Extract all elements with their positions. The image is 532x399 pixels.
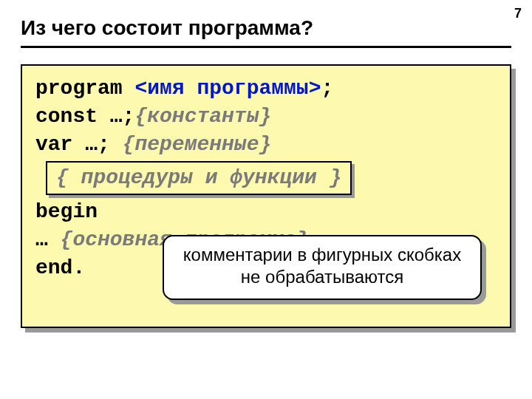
placeholder-program-name: <имя программы> [123,77,321,100]
keyword-end: end [35,256,72,279]
inner-frame-box: { процедуры и функции } [46,161,352,195]
title-divider [21,46,511,48]
comment-brace-open: { [56,166,81,189]
keyword-var: var [35,133,72,156]
code-line-3: var …; {переменные} [35,131,497,159]
code-line-1: program <имя программы>; [35,75,497,103]
page-number: 7 [514,6,522,21]
comment-constants: {константы} [134,105,271,128]
callout-line-1: комментарии в фигурных скобках [176,244,468,266]
comment-procedures: процедуры и функции [81,166,317,189]
code-text: …; [98,105,134,128]
code-text: . [72,256,85,279]
inner-frame: { процедуры и функции } [46,161,352,195]
callout-line-2: не обрабатываются [176,266,468,288]
code-text: … [35,228,61,251]
keyword-const: const [35,105,98,128]
callout-box: комментарии в фигурных скобках не обраба… [163,235,482,300]
slide-title: Из чего состоит программа? [0,0,532,46]
code-line-5: begin [35,198,497,226]
comment-variables: {переменные} [123,133,272,156]
callout: комментарии в фигурных скобках не обраба… [163,235,482,300]
code-line-2: const …;{константы} [35,103,497,131]
code-text: …; [72,133,122,156]
keyword-program: program [35,77,123,100]
keyword-begin: begin [35,200,98,223]
comment-brace-close: } [317,166,342,189]
code-text: ; [321,77,333,100]
